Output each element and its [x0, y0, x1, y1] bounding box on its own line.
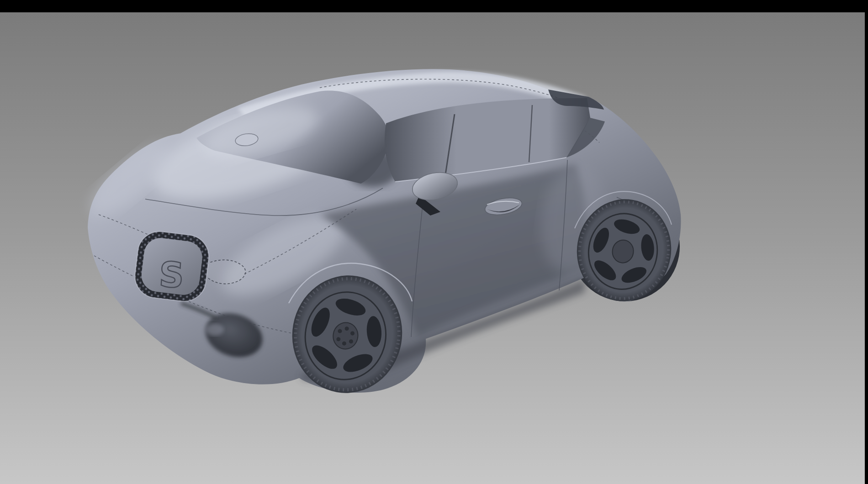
- car-3d-render: S: [0, 0, 868, 484]
- front-grille: S: [132, 229, 212, 304]
- car-model: S: [80, 69, 688, 402]
- right-letterbox-bar: [865, 0, 868, 484]
- seat-logo: S: [158, 254, 185, 296]
- cad-application-window: S: [0, 0, 868, 484]
- top-letterbox-bar: [0, 0, 868, 12]
